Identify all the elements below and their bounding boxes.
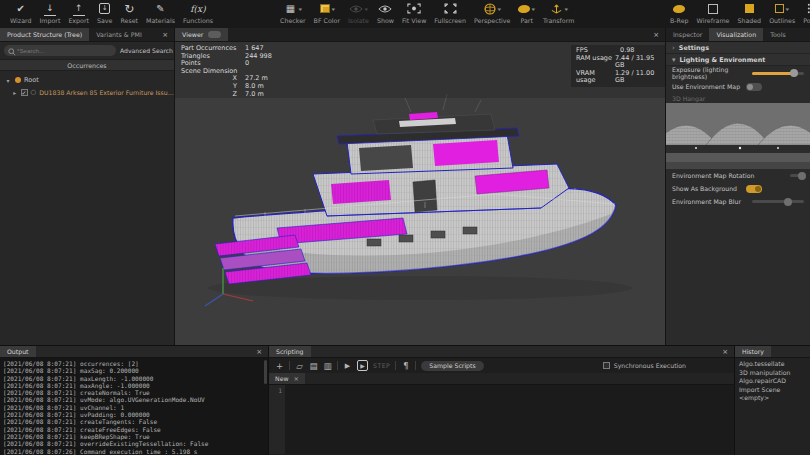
lighting-section-header[interactable]: ▾ Lighting & Environment <box>666 54 810 66</box>
new-script-button[interactable]: + <box>275 361 284 371</box>
script-tab-close-icon[interactable]: × <box>294 375 299 383</box>
chevron-down-icon[interactable]: ▾ <box>786 6 790 12</box>
exposure-row: Exposure (lighting brightness) <box>666 66 810 80</box>
wizard-button[interactable]: ✔ Wizard <box>6 1 35 25</box>
env-blur-slider[interactable] <box>752 200 804 203</box>
visualization-panel: Inspector Visualization Tools › Settings… <box>665 28 810 345</box>
history-item[interactable]: Algo.tessellate <box>739 360 806 369</box>
viewer-tab-toggle[interactable] <box>208 31 221 38</box>
settings-section-header[interactable]: › Settings <box>666 42 810 54</box>
save-all-scripts-button[interactable]: ▥ <box>323 361 332 371</box>
tree-expand-icon[interactable]: ▸ <box>12 89 18 96</box>
sample-scripts-button[interactable]: Sample Scripts <box>421 361 483 371</box>
tab-product-structure[interactable]: Product Structure (Tree) <box>0 28 89 41</box>
tab-visualization[interactable]: Visualization <box>709 28 763 41</box>
fit-view-icon <box>407 3 421 14</box>
pilcrow-button[interactable]: ¶ <box>401 361 410 371</box>
tree-expand-icon[interactable]: ▾ <box>4 77 12 84</box>
node-checkbox[interactable]: ✓ <box>21 89 28 96</box>
history-item[interactable]: Algo.repairCAD <box>739 377 806 386</box>
show-eye-icon <box>378 4 392 14</box>
tab-inspector[interactable]: Inspector <box>666 28 709 41</box>
viewport-3d[interactable]: Part Occurrences1 647 Triangles244 998 P… <box>175 42 665 345</box>
output-scrollbar[interactable] <box>264 360 267 384</box>
advanced-search-link[interactable]: Advanced Search <box>120 47 175 54</box>
save-script-button[interactable]: ▤ <box>309 361 318 371</box>
show-as-background-toggle[interactable] <box>746 185 762 193</box>
performance-stats: FPS0.98 RAM usage7.44 / 31.95 GB VRAM us… <box>571 45 665 87</box>
outlines-button[interactable]: ▾ Outlines <box>765 1 799 25</box>
chevron-down-icon[interactable]: ▾ <box>532 6 536 12</box>
chevron-down-icon[interactable]: ▾ <box>331 6 335 12</box>
env-blur-row: Environment Map Blur <box>666 195 810 208</box>
script-tabs: New × <box>269 373 734 385</box>
viewer-close-button[interactable]: × <box>647 28 665 41</box>
right-panel-tabs: Inspector Visualization Tools <box>666 28 810 42</box>
editor-text-area[interactable] <box>285 385 734 454</box>
search-input[interactable] <box>4 45 116 56</box>
export-icon: ↑ <box>73 2 85 16</box>
run-script-button[interactable]: ▶ <box>343 362 352 370</box>
shaded-button[interactable]: Shaded <box>733 1 765 25</box>
left-panel-close-button[interactable]: × <box>156 28 174 41</box>
import-button[interactable]: ↓ Import <box>35 1 64 25</box>
perspective-icon <box>484 3 496 15</box>
tab-history[interactable]: History <box>735 346 771 357</box>
tab-output[interactable]: Output <box>0 346 36 357</box>
tab-variants-pmi[interactable]: Variants & PMI <box>89 28 149 41</box>
output-close-button[interactable]: × <box>250 346 268 357</box>
use-env-map-toggle[interactable] <box>746 83 762 91</box>
tab-tools[interactable]: Tools <box>763 28 793 41</box>
chevron-down-icon[interactable]: ▾ <box>298 6 302 12</box>
reset-button[interactable]: ↻ Reset <box>116 1 142 25</box>
wizard-label: Wizard <box>10 16 31 25</box>
brep-button[interactable]: B-Rep <box>666 1 693 25</box>
save-button[interactable]: ↓ Save <box>93 1 116 25</box>
step-button[interactable]: STEP <box>373 362 390 369</box>
tab-script-new[interactable]: New × <box>269 373 305 384</box>
show-button[interactable]: Show <box>373 1 398 25</box>
chevron-down-icon[interactable]: ▾ <box>497 6 501 12</box>
transform-button[interactable]: ▾ Transform <box>539 1 578 25</box>
export-button[interactable]: ↑ Export <box>64 1 93 25</box>
history-item[interactable]: 3D manipulation <box>739 369 806 378</box>
part-button[interactable]: ▾ Part <box>514 1 539 25</box>
perspective-button[interactable]: ▾ Perspective <box>470 1 514 25</box>
log-line: [2021/06/08 8:07:21] uvChannel: 1 <box>3 404 265 411</box>
exposure-slider[interactable] <box>752 72 804 75</box>
log-line: [2021/06/08 8:07:21] maxLength: -1.00000… <box>3 375 265 382</box>
fit-view-button[interactable]: Fit View <box>398 1 430 25</box>
functions-button[interactable]: f(x) Functions <box>179 1 217 25</box>
viewer-tabs: Viewer × <box>175 28 665 42</box>
isolate-button[interactable]: ▾ Isolate <box>344 1 373 25</box>
isolate-eye-icon <box>349 4 363 14</box>
node-visibility-icon[interactable]: ○ <box>31 88 37 96</box>
checker-button[interactable]: ▦▾ Checker <box>276 1 310 25</box>
open-script-button[interactable]: ▱ <box>295 361 304 371</box>
scripting-close-button[interactable]: × <box>716 346 734 357</box>
viewer-panel: Viewer × <box>175 28 665 345</box>
log-line: [2021/06/08 8:07:21] maxAngle: -1.000000 <box>3 382 265 389</box>
points-button[interactable]: Points <box>799 1 810 25</box>
history-header: History <box>735 346 810 358</box>
history-item[interactable]: Import Scene <box>739 386 806 395</box>
history-list: Algo.tessellate 3D manipulation Algo.rep… <box>735 358 810 405</box>
script-editor[interactable]: 1 <box>269 385 734 454</box>
history-item[interactable]: <empty> <box>739 394 806 403</box>
chevron-right-icon: › <box>672 44 675 52</box>
fullscreen-button[interactable]: Fullscreen <box>430 1 470 25</box>
env-rotation-slider[interactable] <box>790 174 804 177</box>
chevron-down-icon[interactable]: ▾ <box>564 6 568 12</box>
occurrences-header: Occurrences <box>0 59 174 71</box>
root-node-icon <box>15 77 21 83</box>
wireframe-button[interactable]: Wireframe <box>693 1 734 25</box>
run-selection-button[interactable]: ▶ <box>357 360 368 371</box>
materials-button[interactable]: ✎ Materials <box>142 1 179 25</box>
tree-row-model[interactable]: ▸ ✓ ○ DU1838 Arksen 85 Exterior Furnitur… <box>0 86 174 98</box>
tree-row-root[interactable]: ▾ Root <box>0 74 174 86</box>
tab-viewer[interactable]: Viewer <box>175 28 228 41</box>
bf-color-button[interactable]: ▾ BF Color <box>310 1 344 25</box>
tab-scripting[interactable]: Scripting <box>269 346 311 357</box>
toolbar-group-file: ✔ Wizard ↓ Import ↑ Export ↓ Save ↻ Rese… <box>6 1 217 25</box>
sync-execution-checkbox[interactable]: ✓ <box>603 362 610 369</box>
